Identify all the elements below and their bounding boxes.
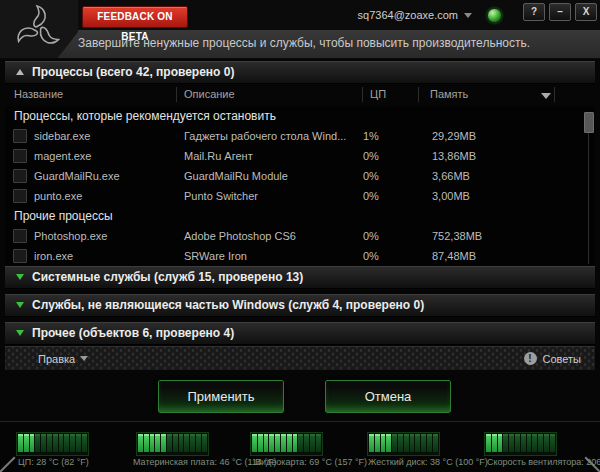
account-email: sq7364@zoaxe.com bbox=[358, 9, 458, 21]
meter-segment bbox=[386, 434, 391, 452]
table-row[interactable]: punto.exePunto Switcher0%3,00MB bbox=[5, 186, 595, 206]
table-row[interactable]: Photoshop.exeAdobe Photoshop CS60%752,38… bbox=[5, 226, 595, 246]
minimize-button[interactable]: – bbox=[549, 3, 571, 21]
game-booster-window: FEEDBACK ON BETA sq7364@zoaxe.com ? – X … bbox=[0, 0, 600, 472]
column-divider bbox=[362, 87, 363, 102]
meter-segment bbox=[264, 434, 269, 452]
process-description: SRWare Iron bbox=[184, 246, 247, 266]
meter-segment bbox=[392, 434, 397, 452]
hardware-status-bar: ЦП: 28 °C (82 °F)Материнская плата: 46 °… bbox=[0, 424, 600, 472]
cancel-button[interactable]: Отмена bbox=[325, 380, 451, 413]
chevron-down-icon bbox=[464, 13, 472, 18]
section-non-windows-services[interactable]: Службы, не являющиеся частью Windows (сл… bbox=[5, 294, 595, 317]
meter-segment bbox=[316, 434, 321, 452]
edit-menu-button[interactable]: Правка bbox=[38, 353, 88, 365]
temperature-meter bbox=[136, 432, 209, 456]
column-description[interactable]: Описание bbox=[184, 88, 235, 100]
scrollbar-thumb[interactable] bbox=[584, 112, 594, 133]
process-memory: 3,00MB bbox=[432, 186, 470, 206]
table-row[interactable]: iron.exeSRWare Iron0%87,48MB bbox=[5, 246, 595, 266]
meter-segment bbox=[298, 434, 303, 452]
temperature-meter bbox=[250, 432, 323, 456]
meter-segment bbox=[509, 434, 514, 452]
process-cpu: 0% bbox=[363, 146, 379, 166]
process-cpu: 0% bbox=[363, 246, 379, 266]
meter-segment bbox=[155, 434, 160, 452]
meter-segment bbox=[76, 434, 81, 452]
scrollbar-track[interactable] bbox=[588, 112, 589, 264]
table-header: Название Описание ЦП Память bbox=[5, 84, 595, 107]
info-icon: ! bbox=[524, 352, 537, 365]
row-checkbox[interactable] bbox=[13, 189, 27, 203]
column-cpu[interactable]: ЦП bbox=[370, 88, 386, 100]
process-description: Punto Switcher bbox=[184, 186, 258, 206]
meter-segment bbox=[196, 434, 201, 452]
table-row[interactable]: magent.exeMail.Ru Агент0%13,86MB bbox=[5, 146, 595, 166]
process-list: Процессы, которые рекомендуется останови… bbox=[5, 106, 595, 266]
meter-segment bbox=[527, 434, 532, 452]
column-divider bbox=[176, 87, 177, 102]
section-system-services-label: Системные службы (служб 15, проверено 13… bbox=[32, 270, 303, 284]
meter-segment bbox=[532, 434, 537, 452]
process-memory: 3,66MB bbox=[432, 166, 470, 186]
row-checkbox[interactable] bbox=[13, 249, 27, 263]
row-checkbox[interactable] bbox=[13, 169, 27, 183]
section-other[interactable]: Прочее (объектов 6, проверено 4) bbox=[5, 322, 595, 345]
meter-segment bbox=[138, 434, 143, 452]
column-memory[interactable]: Память bbox=[430, 88, 468, 100]
meter-segment bbox=[59, 434, 64, 452]
section-non-windows-services-label: Службы, не являющиеся частью Windows (сл… bbox=[32, 298, 424, 312]
column-divider bbox=[418, 87, 419, 102]
meter-segment bbox=[369, 434, 374, 452]
meter-segment bbox=[202, 434, 207, 452]
meter-segment bbox=[179, 434, 184, 452]
meter-segment bbox=[252, 434, 257, 452]
meter-segment bbox=[18, 434, 23, 452]
collapse-arrow-icon bbox=[16, 69, 24, 75]
meter-segment bbox=[427, 434, 432, 452]
account-menu[interactable]: sq7364@zoaxe.com bbox=[358, 0, 472, 30]
column-name[interactable]: Название bbox=[14, 88, 63, 100]
edit-menu-label: Правка bbox=[38, 353, 75, 365]
meter-segment bbox=[275, 434, 280, 452]
meter-segment bbox=[53, 434, 58, 452]
online-status-icon[interactable] bbox=[487, 8, 502, 23]
chevron-down-icon bbox=[80, 356, 88, 361]
apply-button[interactable]: Применить bbox=[158, 380, 284, 413]
close-button[interactable]: X bbox=[575, 3, 597, 21]
meter-segment bbox=[293, 434, 298, 452]
meter-segment bbox=[281, 434, 286, 452]
meter-segment bbox=[173, 434, 178, 452]
process-name: sidebar.exe bbox=[34, 126, 90, 146]
meter-segment bbox=[381, 434, 386, 452]
row-checkbox[interactable] bbox=[13, 149, 27, 163]
meter-segment bbox=[161, 434, 166, 452]
meter-segment bbox=[486, 434, 491, 452]
meter-segment bbox=[375, 434, 380, 452]
temperature-meter bbox=[16, 432, 89, 456]
process-name: GuardMailRu.exe bbox=[34, 166, 120, 186]
meter-segment bbox=[41, 434, 46, 452]
razer-logo-icon bbox=[12, 3, 64, 55]
process-group-label: Прочие процессы bbox=[5, 206, 595, 226]
section-processes[interactable]: Процессы (всего 42, проверено 0) bbox=[5, 61, 595, 84]
tips-button[interactable]: ! Советы bbox=[524, 352, 581, 365]
meter-segment bbox=[550, 434, 555, 452]
title-bar: FEEDBACK ON BETA sq7364@zoaxe.com ? – X bbox=[0, 0, 600, 30]
table-row[interactable]: sidebar.exeГаджеты рабочего стола Wind..… bbox=[5, 126, 595, 146]
divider bbox=[0, 421, 600, 422]
process-cpu: 0% bbox=[363, 166, 379, 186]
process-description: GuardMailRu Module bbox=[184, 166, 288, 186]
help-button[interactable]: ? bbox=[523, 3, 545, 21]
process-cpu: 0% bbox=[363, 226, 379, 246]
row-checkbox[interactable] bbox=[13, 129, 27, 143]
row-checkbox[interactable] bbox=[13, 229, 27, 243]
meter-segment bbox=[521, 434, 526, 452]
tips-label: Советы bbox=[543, 353, 581, 365]
meter-segment bbox=[404, 434, 409, 452]
sort-descending-icon[interactable] bbox=[541, 93, 551, 99]
section-system-services[interactable]: Системные службы (служб 15, проверено 13… bbox=[5, 266, 595, 289]
feedback-button[interactable]: FEEDBACK ON BETA bbox=[82, 6, 188, 28]
table-row[interactable]: GuardMailRu.exeGuardMailRu Module0%3,66M… bbox=[5, 166, 595, 186]
temperature-meter bbox=[484, 432, 557, 456]
